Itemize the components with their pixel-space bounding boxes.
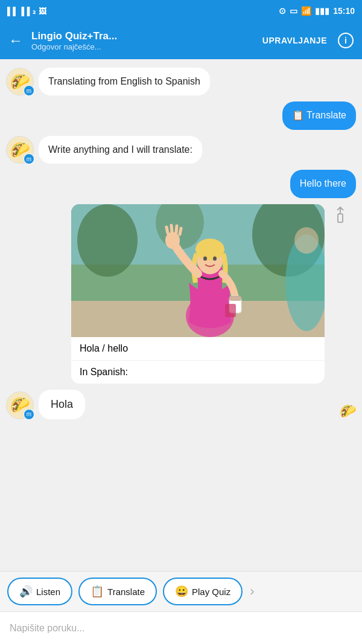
svg-line-15	[167, 227, 168, 233]
more-indicator: ›	[250, 584, 254, 599]
image-block: Hola / hello In Spanish:	[71, 204, 325, 384]
message-input-placeholder[interactable]: Napišite poruku...	[10, 623, 85, 634]
time-display: 15:10	[333, 6, 355, 16]
svg-rect-21	[225, 304, 236, 317]
status-right: ⊙ ▭ 📶 ▮▮▮ 15:10	[279, 6, 355, 16]
location-icon: ⊙	[279, 6, 286, 16]
share-col	[329, 204, 351, 230]
bot-avatar-2: 🌮 m	[6, 136, 34, 164]
info-button[interactable]: i	[338, 33, 354, 48]
bot-avatar-3: 🌮 m	[6, 391, 34, 419]
image-icon: 🖼	[39, 7, 46, 16]
svg-rect-22	[338, 214, 343, 222]
svg-point-11	[195, 239, 224, 260]
chat-area: 🌮 m Translating from English to Spanish …	[0, 59, 362, 571]
message-row-1: 🌮 m Translating from English to Spanish	[6, 68, 356, 95]
message-row-2: 📋 Translate	[6, 101, 356, 129]
battery-icon: ▮▮▮	[315, 6, 329, 16]
input-bar[interactable]: Napišite poruku...	[0, 611, 362, 644]
message-row-4: Hello there	[6, 170, 356, 198]
svg-point-2	[77, 204, 138, 277]
svg-line-16	[171, 225, 172, 232]
chat-title: Lingio Quiz+Tra...	[31, 30, 256, 42]
wifi-icon: 📶	[301, 6, 311, 16]
message-row-3: 🌮 m Write anything and I will translate:	[6, 136, 356, 164]
bot-avatar-1: 🌮 m	[6, 68, 34, 95]
header: ← Lingio Quiz+Tra... Odgovor najčešće...…	[0, 22, 362, 59]
listen-label: Listen	[36, 587, 60, 597]
svg-rect-20	[229, 296, 241, 301]
quiz-label: Play Quiz	[192, 587, 230, 597]
bubble-write-anything: Write anything and I will translate:	[39, 136, 202, 164]
messenger-badge-3: m	[24, 409, 34, 420]
svg-point-13	[213, 256, 217, 260]
bubble-hola: Hola	[39, 390, 85, 419]
messenger-badge-1: m	[24, 85, 34, 96]
bubble-translating: Translating from English to Spanish	[39, 68, 210, 95]
listen-icon: 🔊	[19, 585, 33, 598]
share-icon[interactable]	[329, 204, 351, 226]
svg-line-18	[180, 228, 181, 234]
svg-point-7	[294, 227, 319, 254]
sim-icon: ▭	[290, 6, 297, 16]
status-left: ▌▌ ▌▌₂ 🖼	[7, 7, 46, 16]
bubble-translate-btn: 📋 Translate	[282, 101, 356, 129]
caption-in-spanish: In Spanish:	[71, 360, 325, 384]
bubble-hello-there: Hello there	[290, 170, 356, 198]
signal-icon-2: ▌▌₂	[21, 7, 35, 16]
svg-line-17	[176, 226, 177, 233]
status-bar: ▌▌ ▌▌₂ 🖼 ⊙ ▭ 📶 ▮▮▮ 15:10	[0, 0, 362, 22]
image-message-row: Hola / hello In Spanish:	[6, 204, 356, 384]
caption-hola-hello: Hola / hello	[71, 337, 325, 360]
header-title-block: Lingio Quiz+Tra... Odgovor najčešće...	[31, 30, 256, 51]
listen-button[interactable]: 🔊 Listen	[7, 578, 72, 605]
small-bot-avatar: 🌮	[340, 404, 356, 419]
translate-icon: 📋	[91, 585, 104, 598]
quiz-icon: 😀	[175, 585, 188, 598]
translate-label: Translate	[107, 587, 145, 597]
translate-button[interactable]: 📋 Translate	[78, 578, 157, 605]
action-bar: 🔊 Listen 📋 Translate 😀 Play Quiz ›	[0, 571, 362, 611]
chat-subtitle: Odgovor najčešće...	[31, 42, 256, 51]
svg-point-12	[203, 256, 207, 260]
quiz-button[interactable]: 😀 Play Quiz	[163, 578, 243, 605]
message-row-hola: 🌮 m Hola 🌮	[6, 390, 356, 419]
manage-button[interactable]: UPRAVLJANJE	[262, 36, 327, 45]
signal-icon-1: ▌▌	[7, 7, 18, 16]
translation-image	[71, 204, 325, 337]
back-button[interactable]: ←	[8, 32, 23, 49]
messenger-badge-2: m	[24, 153, 34, 164]
